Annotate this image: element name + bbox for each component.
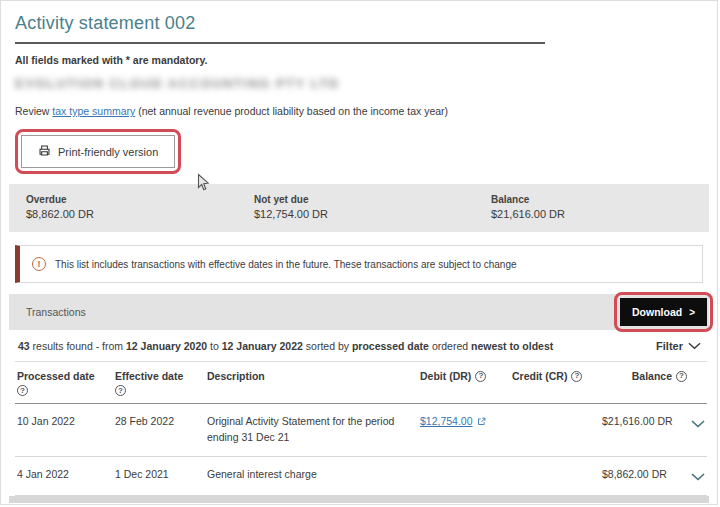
header-debit: Debit (DR)? <box>418 362 510 404</box>
debit-cell <box>418 456 510 496</box>
review-line: Review tax type summary (net annual reve… <box>15 105 703 117</box>
chevron-down-icon <box>688 342 701 350</box>
external-link-icon <box>477 417 486 426</box>
results-text: ordered <box>429 340 471 352</box>
title-divider <box>15 42 545 44</box>
table-row: 10 Jan 2022 28 Feb 2022 Original Activit… <box>15 404 707 457</box>
balance-cell: $8,862.00 DR <box>600 456 689 496</box>
results-summary: 43 results found - from 12 January 2020 … <box>18 340 553 352</box>
help-icon[interactable]: ? <box>475 371 486 382</box>
expand-cell <box>689 456 707 496</box>
activity-statement-page: Activity statement 002 All fields marked… <box>0 0 718 505</box>
header-label: Effective date <box>115 370 183 382</box>
tax-type-summary-link[interactable]: tax type summary <box>52 105 135 117</box>
effective-date-cell: 1 Dec 2021 <box>113 456 205 496</box>
results-text: to <box>207 340 222 352</box>
balance-label: Balance <box>491 194 709 205</box>
account-summary-bar: Overdue $8,862.00 DR Not yet due $12,754… <box>9 184 709 232</box>
alert-message: This list includes transactions with eff… <box>55 259 517 270</box>
table-header-row: Processed date ? Effective date ? Descri… <box>15 362 707 404</box>
header-effective-date: Effective date ? <box>113 362 205 404</box>
processed-date-cell: 10 Jan 2022 <box>15 404 113 457</box>
transactions-table: Processed date ? Effective date ? Descri… <box>15 361 707 505</box>
results-text: results found - from <box>30 340 126 352</box>
processed-date-cell: 4 Jan 2022 <box>15 456 113 496</box>
header-label: Processed date <box>17 370 95 382</box>
debit-amount-link[interactable]: $12,754.00 <box>420 414 486 430</box>
results-from-date: 12 January 2020 <box>126 340 207 352</box>
warning-icon: ! <box>32 257 46 271</box>
header-description: Description <box>205 362 418 404</box>
results-order: newest to oldest <box>471 340 553 352</box>
not-yet-due-label: Not yet due <box>254 194 491 205</box>
header-balance: Balance? <box>600 362 689 404</box>
transactions-section-label: Transactions <box>26 306 86 318</box>
download-button[interactable]: Download > <box>620 298 707 326</box>
header-processed-date: Processed date ? <box>15 362 113 404</box>
entity-name-blurred: EVOLUTION CLOUD ACCOUNTING PTY LTD <box>15 76 703 91</box>
balance-value: $21,616.00 DR <box>491 208 709 220</box>
header-label: Debit (DR) <box>420 370 471 382</box>
printer-icon <box>38 144 51 159</box>
chevron-down-icon <box>691 473 705 481</box>
description-cell: Original Activity Statement for the peri… <box>205 404 418 457</box>
filter-toggle[interactable]: Filter <box>656 340 701 352</box>
review-prefix: Review <box>15 105 52 117</box>
results-text: sorted by <box>303 340 352 352</box>
summary-overdue: Overdue $8,862.00 DR <box>26 194 254 220</box>
credit-cell <box>510 456 600 496</box>
header-label: Description <box>207 370 265 382</box>
balance-cell: $21,616.00 DR <box>600 404 689 457</box>
review-suffix: (net annual revenue product liability ba… <box>135 105 448 117</box>
mandatory-fields-note: All fields marked with * are mandatory. <box>15 54 703 66</box>
effective-date-cell: 28 Feb 2022 <box>113 404 205 457</box>
debit-amount: $12,754.00 <box>420 414 473 430</box>
help-icon[interactable]: ? <box>571 371 582 382</box>
description-cell: General interest charge <box>205 456 418 496</box>
help-icon[interactable]: ? <box>115 385 126 396</box>
results-count: 43 <box>18 340 30 352</box>
debit-cell: $12,754.00 <box>418 404 510 457</box>
expand-row-button[interactable] <box>691 469 705 484</box>
header-expand-column <box>689 362 707 404</box>
overdue-label: Overdue <box>26 194 254 205</box>
future-transactions-alert: ! This list includes transactions with e… <box>15 245 703 283</box>
help-icon[interactable]: ? <box>676 371 687 382</box>
print-friendly-button[interactable]: Print-friendly version <box>21 135 175 168</box>
download-button-highlight-annotation: Download > <box>614 292 713 332</box>
transactions-section-bar: Transactions Download > <box>9 294 709 330</box>
credit-cell <box>510 404 600 457</box>
summary-not-yet-due: Not yet due $12,754.00 DR <box>254 194 491 220</box>
next-section-divider <box>9 496 709 503</box>
results-sort-field: processed date <box>352 340 429 352</box>
results-to-date: 12 January 2022 <box>222 340 303 352</box>
results-filter-row: 43 results found - from 12 January 2020 … <box>1 330 717 361</box>
overdue-value: $8,862.00 DR <box>26 208 254 220</box>
summary-balance: Balance $21,616.00 DR <box>491 194 709 220</box>
page-title: Activity statement 002 <box>15 13 703 34</box>
print-button-label: Print-friendly version <box>58 146 158 158</box>
print-button-highlight-annotation: Print-friendly version <box>15 129 181 174</box>
expand-cell <box>689 404 707 457</box>
download-button-label: Download <box>632 306 682 318</box>
header-label: Balance <box>632 370 672 382</box>
filter-label: Filter <box>656 340 683 352</box>
header-label: Credit (CR) <box>512 370 567 382</box>
help-icon[interactable]: ? <box>17 385 28 396</box>
table-row: 4 Jan 2022 1 Dec 2021 General interest c… <box>15 456 707 496</box>
chevron-down-icon <box>691 420 705 428</box>
chevron-right-icon: > <box>689 307 695 318</box>
header-credit: Credit (CR)? <box>510 362 600 404</box>
not-yet-due-value: $12,754.00 DR <box>254 208 491 220</box>
expand-row-button[interactable] <box>691 416 705 431</box>
